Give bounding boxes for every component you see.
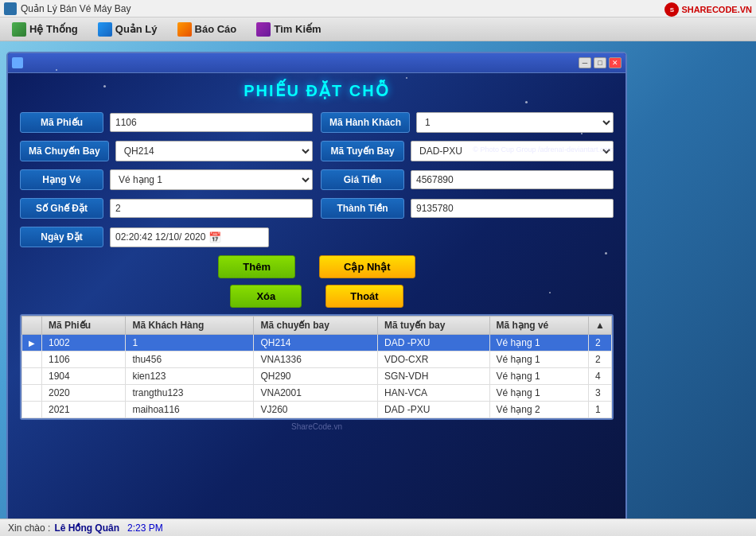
cell-ma-khach-hang: trangthu123 — [126, 385, 254, 402]
cell-ma-khach-hang: 1 — [126, 335, 254, 352]
btn-row-1: Thêm Cập Nhật — [20, 255, 614, 278]
bao-cao-icon — [177, 22, 192, 37]
row-indicator — [22, 385, 42, 402]
thanh-tien-input[interactable] — [411, 199, 614, 218]
menu-tim-kiem-label: Tìm Kiếm — [274, 23, 321, 35]
hang-ve-select[interactable]: Vé hạng 1 — [110, 169, 313, 190]
ngay-dat-label: Ngày Đặt — [20, 227, 103, 247]
ngay-dat-row: Ngày Đặt 02:20:42 12/10/ 2020 📅 — [20, 227, 614, 247]
menu-he-thong[interactable]: Hệ Thống — [4, 20, 86, 39]
ma-hanh-khach-label: Mã Hành Khách — [321, 112, 410, 133]
table-row[interactable]: 1106 thu456 VNA1336 VDO-CXR Vé hạng 1 2 — [22, 352, 612, 368]
cell-ma-chuyen-bay: VNA2001 — [254, 385, 378, 402]
cell-ma-hang-ve: Vé hạng 1 — [489, 385, 589, 402]
form-title: PHIẾU ĐẶT CHỖ — [20, 81, 614, 100]
cell-ma-hang-ve: Vé hạng 1 — [489, 352, 589, 368]
cell-ma-hang-ve: Vé hạng 2 — [489, 402, 589, 418]
hang-ve-label: Hạng Vé — [20, 169, 103, 190]
ma-chuyen-bay-row: Mã Chuyến Bay QH214 — [20, 141, 313, 161]
cell-ma-chuyen-bay: QH214 — [254, 335, 378, 352]
ma-chuyen-bay-label: Mã Chuyến Bay — [20, 141, 109, 161]
cell-ma-phieu: 2020 — [42, 385, 126, 402]
ma-phieu-row: Mã Phiếu — [20, 112, 313, 133]
window-content: © Photo Cup Group /adrenaI-deviantart.co… — [8, 73, 625, 523]
table-row[interactable]: ▶ 1002 1 QH214 DAD -PXU Vé hạng 1 2 — [22, 335, 612, 352]
table-row[interactable]: 2020 trangthu123 VNA2001 HAN-VCA Vé hạng… — [22, 385, 612, 402]
data-table: Mã Phiếu Mã Khách Hàng Mã chuyến bay Mã … — [21, 316, 612, 418]
window-icon — [12, 57, 23, 68]
close-button[interactable]: ✕ — [609, 57, 622, 68]
menu-bao-cao-label: Báo Cáo — [195, 23, 237, 35]
cell-ma-khach-hang: maihoa116 — [126, 402, 254, 418]
form-grid: Mã Phiếu Mã Hành Khách 1 Mã Chuyến Bay Q… — [20, 112, 614, 219]
window-titlebar: ─ □ ✕ — [8, 53, 625, 73]
statusbar-greeting: Xin chào : — [8, 522, 50, 534]
quan-ly-icon — [98, 22, 112, 37]
logo-area: S SHARECODE.VN — [664, 2, 752, 17]
cap-nhat-button[interactable]: Cập Nhật — [319, 255, 415, 278]
cell-ma-chuyen-bay: QH290 — [254, 368, 378, 385]
tim-kiem-icon — [256, 22, 271, 37]
cell-so: 3 — [589, 385, 612, 402]
ma-hanh-khach-select[interactable]: 1 — [416, 112, 614, 133]
them-button[interactable]: Thêm — [218, 255, 295, 278]
taskbar-top: Quản Lý Bán Vé Máy Bay S SHARECODE.VN — [0, 0, 756, 17]
cell-ma-tuyen-bay: SGN-VDH — [378, 368, 490, 385]
statusbar: Xin chào : Lê Hồng Quân 2:23 PM — [0, 519, 756, 536]
maximize-button[interactable]: □ — [594, 57, 606, 68]
th-ma-phieu[interactable]: Mã Phiếu — [42, 317, 126, 335]
menu-bao-cao[interactable]: Báo Cáo — [170, 20, 245, 39]
ngay-dat-field: 02:20:42 12/10/ 2020 📅 — [110, 227, 269, 247]
table-scroll[interactable]: Mã Phiếu Mã Khách Hàng Mã chuyến bay Mã … — [21, 316, 612, 418]
gia-tien-row: Giá Tiền — [321, 169, 614, 190]
calendar-icon[interactable]: 📅 — [208, 231, 221, 243]
th-so: ▲ — [589, 317, 612, 335]
so-ghe-dat-input[interactable] — [110, 199, 313, 218]
cell-ma-chuyen-bay: VJ260 — [254, 402, 378, 418]
app-title: Quản Lý Bán Vé Máy Bay — [21, 3, 131, 14]
th-ma-tuyen-bay[interactable]: Mã tuyến bay — [378, 317, 490, 335]
ma-phieu-input[interactable] — [110, 113, 313, 132]
logo-circle: S — [664, 2, 679, 17]
cell-ma-phieu: 2021 — [42, 402, 126, 418]
cell-ma-khach-hang: thu456 — [126, 352, 254, 368]
ma-phieu-label: Mã Phiếu — [20, 112, 103, 133]
app-icon — [4, 2, 17, 15]
row-indicator — [22, 402, 42, 418]
ma-tuyen-bay-label: Mã Tuyến Bay — [321, 141, 404, 161]
thoat-button[interactable]: Thoát — [325, 285, 403, 308]
xoa-button[interactable]: Xóa — [230, 285, 302, 308]
table-row[interactable]: 2021 maihoa116 VJ260 DAD -PXU Vé hạng 2 … — [22, 402, 612, 418]
cell-so: 4 — [589, 368, 612, 385]
menu-tim-kiem[interactable]: Tìm Kiếm — [248, 20, 329, 39]
gia-tien-input[interactable] — [411, 170, 614, 189]
ma-chuyen-bay-select[interactable]: QH214 — [115, 141, 313, 161]
menu-quan-ly[interactable]: Quản Lý — [90, 20, 166, 39]
data-table-container: Mã Phiếu Mã Khách Hàng Mã chuyến bay Mã … — [20, 314, 614, 420]
so-ghe-dat-label: Số Ghế Đặt — [20, 198, 103, 219]
minimize-button[interactable]: ─ — [579, 57, 591, 68]
th-ma-chuyen-bay[interactable]: Mã chuyến bay — [254, 317, 378, 335]
th-ma-khach-hang[interactable]: Mã Khách Hàng — [126, 317, 254, 335]
he-thong-icon — [12, 22, 26, 37]
cell-ma-phieu: 1904 — [42, 368, 126, 385]
table-body: ▶ 1002 1 QH214 DAD -PXU Vé hạng 1 2 1106… — [22, 335, 612, 418]
so-ghe-dat-row: Số Ghế Đặt — [20, 198, 313, 219]
cell-ma-tuyen-bay: DAD -PXU — [378, 402, 490, 418]
menu-he-thong-label: Hệ Thống — [29, 23, 78, 35]
cell-ma-tuyen-bay: DAD -PXU — [378, 335, 490, 352]
btn-row-2: Xóa Thoát — [20, 285, 614, 308]
cell-ma-tuyen-bay: HAN-VCA — [378, 385, 490, 402]
thanh-tien-row: Thành Tiền — [321, 198, 614, 219]
cell-ma-hang-ve: Vé hạng 1 — [489, 335, 589, 352]
th-indicator — [22, 317, 42, 335]
menubar: Hệ Thống Quản Lý Báo Cáo Tìm Kiếm — [0, 17, 756, 41]
cell-ma-phieu: 1002 — [42, 335, 126, 352]
cell-ma-khach-hang: kien123 — [126, 368, 254, 385]
th-ma-hang-ve[interactable]: Mã hạng vé — [489, 317, 589, 335]
statusbar-username: Lê Hồng Quân — [54, 522, 119, 534]
table-header-row: Mã Phiếu Mã Khách Hàng Mã chuyến bay Mã … — [22, 317, 612, 335]
window-controls: ─ □ ✕ — [579, 57, 622, 68]
ma-hanh-khach-row: Mã Hành Khách 1 — [321, 112, 614, 133]
table-row[interactable]: 1904 kien123 QH290 SGN-VDH Vé hạng 1 4 — [22, 368, 612, 385]
